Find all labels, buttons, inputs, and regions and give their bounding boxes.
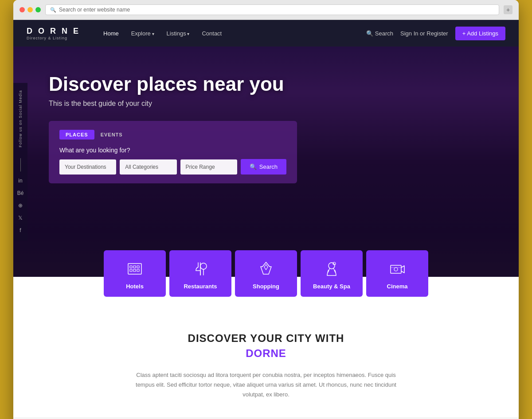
tab-places[interactable]: PLACES (59, 130, 94, 140)
behance-icon[interactable]: Bé (17, 190, 24, 196)
hero-title: Discover places near you (49, 73, 483, 95)
hotel-label: Hotels (126, 283, 144, 290)
hotel-icon (125, 259, 145, 279)
discover-title: DISCOVER YOUR CITY WITH (31, 332, 501, 345)
minimize-dot[interactable] (27, 7, 33, 12)
search-btn-label: Search (259, 163, 278, 170)
site-logo[interactable]: D O R N E Directory & Listing (27, 27, 80, 40)
footer-bar: www.heritagechristiancollege.com (13, 417, 519, 419)
svg-rect-4 (130, 269, 132, 272)
address-bar[interactable]: 🔍 Search or enter website name (45, 4, 499, 15)
svg-point-10 (329, 263, 335, 269)
close-dot[interactable] (20, 7, 25, 12)
restaurant-icon (191, 259, 210, 279)
discover-brand: DORNE (31, 347, 501, 360)
category-tiles: Hotels Restaurants (13, 250, 519, 297)
discover-section: DISCOVER YOUR CITY WITH DORNE Class apte… (13, 297, 519, 417)
category-hotels[interactable]: Hotels (104, 250, 166, 297)
twitter-icon[interactable]: 𝕏 (18, 215, 23, 221)
cinema-icon (387, 259, 407, 279)
search-question: What are you looking for? (59, 147, 286, 154)
nav-explore[interactable]: Explore (126, 27, 160, 40)
restaurant-label: Restaurants (184, 283, 217, 290)
nav-listings[interactable]: Listings (161, 27, 195, 40)
new-tab-button[interactable]: + (504, 5, 512, 14)
search-tabs: PLACES EVENTS (59, 130, 286, 140)
search-button[interactable]: 🔍 Search (241, 159, 286, 175)
nav-search-button[interactable]: 🔍 Search (366, 30, 393, 37)
discover-description: Class aptent taciti sociosqu ad litora t… (133, 370, 399, 400)
category-beauty[interactable]: Beauty & Spa (301, 250, 363, 297)
cinema-label: Cinema (387, 283, 408, 290)
logo-text: D O R N E (27, 27, 80, 36)
svg-marker-9 (264, 264, 268, 270)
logo-subtitle: Directory & Listing (27, 36, 80, 40)
nav-links: Home Explore Listings Contact (98, 27, 366, 40)
price-select[interactable]: Price Range $ $$ $$$ (180, 159, 237, 175)
search-btn-icon: 🔍 (250, 163, 257, 170)
svg-rect-3 (137, 266, 139, 268)
category-shopping[interactable]: Shopping (235, 250, 297, 297)
dribbble-icon[interactable]: ⊕ (18, 202, 23, 209)
category-restaurants[interactable]: Restaurants (169, 250, 231, 297)
svg-rect-1 (130, 266, 132, 268)
browser-dots (20, 7, 41, 12)
nav-search-label: Search (375, 30, 393, 37)
nav-signin[interactable]: Sign In or Register (400, 30, 448, 37)
category-cinema[interactable]: Cinema (366, 250, 428, 297)
svg-point-13 (394, 268, 398, 271)
browser-chrome: 🔍 Search or enter website name + (13, 0, 519, 20)
beauty-label: Beauty & Spa (313, 283, 350, 290)
facebook-icon[interactable]: f (20, 227, 21, 233)
svg-point-7 (200, 263, 207, 269)
browser-window: 🔍 Search or enter website name + D O R N… (13, 0, 519, 419)
maximize-dot[interactable] (35, 7, 41, 12)
main-nav: D O R N E Directory & Listing Home Explo… (13, 20, 519, 47)
svg-rect-2 (133, 266, 136, 268)
search-fields: Your Destinations New York Los Angeles C… (59, 159, 286, 175)
search-icon: 🔍 (366, 30, 373, 37)
nav-home[interactable]: Home (98, 27, 124, 40)
nav-right: 🔍 Search Sign In or Register + Add Listi… (366, 27, 505, 40)
hero-content: Discover places near you This is the bes… (13, 47, 519, 183)
add-listings-button[interactable]: + Add Listings (455, 27, 505, 40)
search-box: PLACES EVENTS What are you looking for? … (49, 121, 297, 183)
destination-select[interactable]: Your Destinations New York Los Angeles C… (59, 159, 116, 175)
hero-subtitle: This is the best guide of your city (49, 100, 483, 108)
website: D O R N E Directory & Listing Home Explo… (13, 20, 519, 419)
hero-section: Follow us on Social Media in Bé ⊕ 𝕏 f Di… (13, 47, 519, 277)
shopping-icon (256, 259, 276, 279)
address-bar-text: Search or enter website name (59, 7, 130, 13)
beauty-icon (322, 259, 341, 279)
tab-events[interactable]: EVENTS (94, 130, 129, 140)
nav-contact[interactable]: Contact (196, 27, 227, 40)
svg-rect-12 (391, 265, 401, 273)
category-select[interactable]: All Categories Hotels Restaurants Shoppi… (120, 159, 176, 175)
svg-rect-6 (137, 269, 139, 272)
svg-rect-0 (128, 264, 141, 274)
svg-rect-5 (133, 269, 136, 272)
search-icon: 🔍 (50, 7, 56, 13)
shopping-label: Shopping (253, 283, 279, 290)
